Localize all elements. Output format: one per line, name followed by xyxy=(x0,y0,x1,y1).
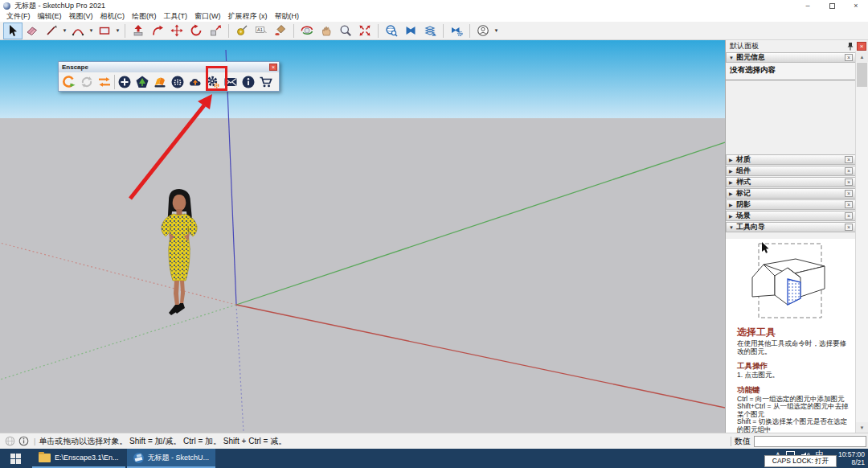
orbit-tool-button[interactable] xyxy=(297,23,317,39)
instructor-close-button[interactable]: × xyxy=(845,224,853,231)
follow-me-tool-button[interactable] xyxy=(148,23,167,39)
panel-header-styles[interactable]: ▶ 样式 × xyxy=(726,177,856,187)
menu-extensions[interactable]: 扩展程序 (x) xyxy=(228,11,268,22)
measurements-input[interactable] xyxy=(754,436,866,447)
arc-tool-button[interactable] xyxy=(68,23,88,39)
zoom-icon xyxy=(339,24,352,37)
panel-header-materials[interactable]: ▶ 材质 × xyxy=(726,154,856,165)
panel-close-button[interactable]: × xyxy=(845,167,853,174)
expand-arrow-icon[interactable]: ▶ xyxy=(729,168,736,174)
expand-arrow-icon[interactable]: ▶ xyxy=(729,191,736,196)
enscape-close-button[interactable]: × xyxy=(269,64,277,71)
enscape-batch-export-button[interactable] xyxy=(96,73,113,91)
push-pull-tool-button[interactable] xyxy=(129,23,148,39)
pan-tool-button[interactable] xyxy=(317,23,336,39)
panel-close-button[interactable]: × xyxy=(845,179,853,186)
tape-measure-tool-button[interactable] xyxy=(232,23,252,39)
panel-header-scenes[interactable]: ▶ 场景 × xyxy=(726,211,856,221)
rectangle-tool-button[interactable] xyxy=(95,23,114,39)
panel-close-button[interactable]: × xyxy=(845,212,853,220)
minimize-button[interactable]: – xyxy=(796,0,820,11)
zoom-tool-button[interactable] xyxy=(336,23,355,39)
add-circle-icon xyxy=(117,75,132,89)
zoom-extents-tool-button[interactable] xyxy=(355,23,375,39)
move-tool-button[interactable] xyxy=(167,23,186,39)
enscape-shop-button[interactable] xyxy=(257,73,275,91)
instructor-header[interactable]: ▼ 工具向导 × xyxy=(726,222,856,232)
windows-taskbar: E:\Enscape3.1\En... 无标题 - SketchU... ∧ 中… xyxy=(0,449,868,468)
enscape-toolbar-titlebar[interactable]: Enscape × xyxy=(59,62,279,72)
person-figure-component[interactable] xyxy=(153,187,211,318)
line-tool-button[interactable] xyxy=(42,23,61,39)
account-dropdown[interactable]: ▼ xyxy=(493,28,500,33)
status-hint-text: 单击或拖动以选择对象。 Shift = 加/减。 Ctrl = 加。 Shift… xyxy=(39,436,286,447)
toolbar-separator xyxy=(228,24,229,38)
menu-edit[interactable]: 编辑(E) xyxy=(38,11,62,22)
expand-arrow-icon[interactable]: ▶ xyxy=(729,179,736,185)
extension-warehouse-button[interactable] xyxy=(401,23,420,39)
scrollbar-thumb[interactable] xyxy=(857,63,867,87)
enscape-asset-library-button[interactable] xyxy=(133,73,151,91)
scroll-down-arrow[interactable]: ▼ xyxy=(856,422,868,433)
instructor-hotkey: Shift+Ctrl = 从一组选定的图元中去掉某个图元 xyxy=(737,403,851,418)
expand-arrow-icon[interactable]: ▶ xyxy=(729,157,736,162)
paint-bucket-tool-button[interactable] xyxy=(271,23,290,39)
rectangle-tool-dropdown[interactable]: ▼ xyxy=(114,28,121,33)
modeling-viewport[interactable] xyxy=(0,40,725,433)
enscape-sync-button[interactable] xyxy=(78,73,96,91)
enscape-material-library-button[interactable] xyxy=(151,73,169,91)
geolocation-icon[interactable] xyxy=(5,436,15,446)
sidebar-scrollbar[interactable]: ▲ ▼ xyxy=(855,51,868,433)
menu-camera[interactable]: 相机(C) xyxy=(100,11,125,22)
entity-info-close-button[interactable]: × xyxy=(845,54,853,61)
panel-header-tags[interactable]: ▶ 标记 × xyxy=(726,188,856,199)
tray-close-button[interactable]: × xyxy=(857,42,866,51)
enscape-add-asset-button[interactable] xyxy=(116,73,133,91)
panel-header-components[interactable]: ▶ 组件 × xyxy=(726,166,856,176)
menu-draw[interactable]: 绘图(R) xyxy=(132,11,157,22)
enscape-panorama-button[interactable] xyxy=(169,73,186,91)
enscape-toolbar-window[interactable]: Enscape × xyxy=(58,61,280,92)
move-icon xyxy=(170,24,183,37)
entity-info-header[interactable]: ▼ 图元信息 × xyxy=(726,52,856,63)
collapse-arrow-icon[interactable]: ▼ xyxy=(729,225,736,230)
drawing-axes xyxy=(0,40,725,433)
arc-tool-dropdown[interactable]: ▼ xyxy=(88,28,95,33)
taskbar-item-sketchup[interactable]: 无标题 - SketchU... xyxy=(127,449,216,468)
get-models-button[interactable] xyxy=(382,23,401,39)
panel-header-shadows[interactable]: ▶ 阴影 × xyxy=(726,199,856,210)
pin-icon[interactable] xyxy=(846,42,854,51)
trimble-connect-button[interactable] xyxy=(420,23,440,39)
credits-info-icon[interactable] xyxy=(18,436,29,446)
menu-window[interactable]: 窗口(W) xyxy=(194,11,221,22)
start-button[interactable] xyxy=(0,449,31,468)
panel-close-button[interactable]: × xyxy=(845,201,853,208)
line-tool-dropdown[interactable]: ▼ xyxy=(61,28,68,33)
eraser-tool-button[interactable] xyxy=(23,23,42,39)
account-button[interactable] xyxy=(473,23,493,39)
scroll-up-arrow[interactable]: ▲ xyxy=(856,51,868,62)
enscape-cloud-upload-button[interactable] xyxy=(186,73,204,91)
panel-close-button[interactable]: × xyxy=(845,190,853,197)
rotate-tool-button[interactable] xyxy=(186,23,206,39)
enscape-start-button[interactable] xyxy=(60,73,78,91)
menu-tools[interactable]: 工具(T) xyxy=(164,11,188,22)
panel-close-button[interactable]: × xyxy=(845,156,853,163)
trimble-connect-icon xyxy=(424,24,436,37)
expand-arrow-icon[interactable]: ▶ xyxy=(729,202,736,207)
menu-view[interactable]: 视图(V) xyxy=(69,11,93,22)
cloud-upload-icon xyxy=(188,75,203,89)
taskbar-item-explorer[interactable]: E:\Enscape3.1\En... xyxy=(32,449,125,468)
text-tool-button[interactable]: A1 xyxy=(252,23,271,39)
extension-manager-button[interactable] xyxy=(447,23,466,39)
menu-file[interactable]: 文件(F) xyxy=(6,11,31,22)
enscape-about-button[interactable] xyxy=(240,73,257,91)
scale-tool-button[interactable] xyxy=(206,23,225,39)
expand-arrow-icon[interactable]: ▶ xyxy=(729,213,736,219)
menu-help[interactable]: 帮助(H) xyxy=(275,11,300,22)
push-pull-icon xyxy=(132,24,145,37)
collapse-arrow-icon[interactable]: ▼ xyxy=(729,55,736,60)
restore-button[interactable] xyxy=(820,0,844,11)
select-tool-button[interactable] xyxy=(3,23,23,39)
close-button[interactable]: × xyxy=(844,0,868,11)
